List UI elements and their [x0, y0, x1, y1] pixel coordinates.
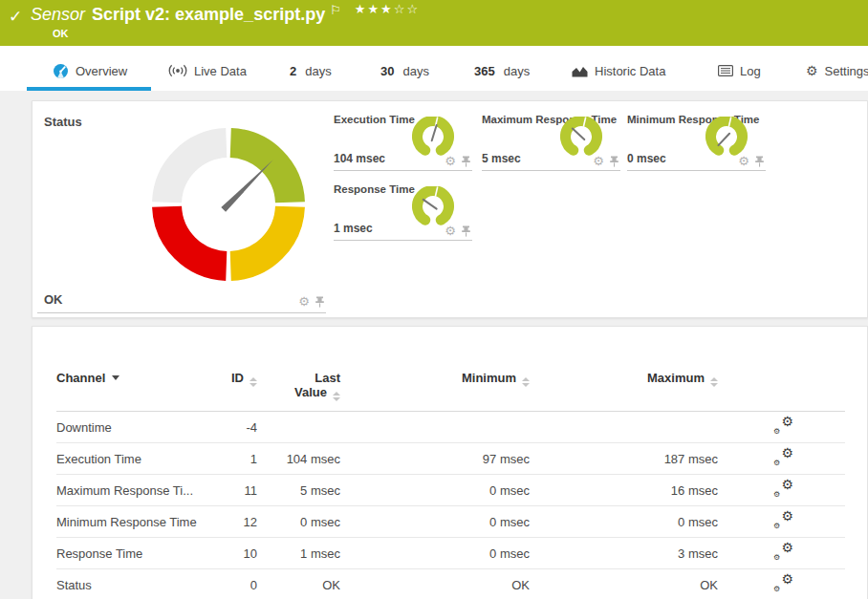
tab-settings[interactable]: ⚙ Settings: [806, 61, 868, 80]
gauge-icon: [53, 63, 69, 79]
pin-icon[interactable]: [315, 296, 324, 308]
gauge-needle: [423, 200, 437, 209]
flag-icon[interactable]: ⚐: [330, 3, 341, 17]
tile-gear-icon[interactable]: ⚙: [593, 155, 604, 167]
pin-icon[interactable]: [755, 156, 764, 167]
column-header-last-value[interactable]: Last Value: [257, 371, 340, 412]
channel-maximum: 0 msec: [530, 506, 718, 538]
channel-id: 10: [209, 538, 257, 569]
table-row-maximum-response-time: Maximum Response Ti... 11 5 msec 0 msec …: [56, 475, 845, 506]
column-header-maximum[interactable]: Maximum: [530, 371, 718, 412]
tile-gear-icon[interactable]: ⚙: [445, 155, 456, 167]
pin-icon[interactable]: [610, 156, 618, 167]
column-header-minimum[interactable]: Minimum: [340, 371, 530, 412]
channel-name[interactable]: Downtime: [56, 412, 209, 443]
tab-log[interactable]: Log: [718, 61, 761, 80]
tile-gear-icon[interactable]: ⚙: [298, 295, 310, 308]
tab-overview[interactable]: Overview: [53, 61, 127, 80]
tab-unit: days: [402, 64, 428, 78]
mini-tile-title: Response Time: [334, 183, 415, 195]
channel-tile-execution-time[interactable]: Execution Time 104 msec ⚙: [334, 111, 472, 171]
channel-last-value: OK: [257, 569, 340, 599]
channel-minimum: 0 msec: [340, 506, 530, 538]
channel-settings-icon[interactable]: ⚙⚙: [773, 449, 793, 465]
channel-table: Channel ID Last Value Minimum Maximum: [56, 371, 845, 599]
channel-name[interactable]: Minimum Response Time: [56, 506, 209, 538]
status-tile-title: Status: [44, 115, 82, 129]
channel-tile-maximum-response-time[interactable]: Maximum Response Time 5 msec ⚙: [482, 111, 620, 171]
channel-minimum: [340, 412, 530, 443]
channel-minimum: 97 msec: [340, 443, 530, 475]
table-row-status: Status 0 OK OK OK ⚙⚙: [56, 569, 845, 599]
gauge-needle: [432, 125, 437, 140]
tab-365-days[interactable]: 365days: [474, 61, 530, 80]
tab-number: 365: [474, 64, 495, 78]
channel-last-value: 0 msec: [257, 506, 340, 538]
priority-stars[interactable]: ★★★☆☆: [355, 2, 420, 16]
tab-2-days[interactable]: 2days: [290, 61, 332, 80]
tab-bar: Overview Live Data 2days 30days 365days: [0, 46, 868, 91]
tab-label: Overview: [76, 64, 127, 78]
channel-tile-minimum-response-time[interactable]: Minimum Response Time 0 msec ⚙: [627, 111, 766, 171]
sort-both-icon: [710, 377, 718, 387]
channel-name[interactable]: Execution Time: [56, 443, 209, 475]
status-gauge-tile[interactable]: Status OK ⚙: [37, 101, 326, 313]
sensor-title: Script v2: example_script.py: [92, 5, 325, 24]
channel-settings-icon[interactable]: ⚙⚙: [773, 481, 793, 497]
channel-table-panel: Channel ID Last Value Minimum Maximum: [32, 326, 868, 599]
channel-maximum: OK: [530, 569, 718, 599]
channel-settings-icon[interactable]: ⚙⚙: [773, 512, 793, 528]
table-row-response-time: Response Time 10 1 msec 0 msec 3 msec ⚙⚙: [56, 538, 845, 569]
pin-icon[interactable]: [462, 156, 470, 167]
tile-gear-icon[interactable]: ⚙: [738, 155, 749, 167]
channel-maximum: 16 msec: [530, 475, 718, 506]
mini-tile-title: Execution Time: [334, 114, 415, 125]
pin-icon[interactable]: [462, 225, 470, 237]
channel-last-value: 5 msec: [257, 475, 340, 506]
tab-number: 30: [380, 64, 394, 78]
channel-last-value: [257, 412, 340, 443]
channel-maximum: 187 msec: [530, 443, 718, 475]
channel-maximum: [530, 412, 718, 443]
column-header-id[interactable]: ID: [209, 371, 257, 412]
live-data-icon: [168, 64, 187, 77]
overview-gauges-panel: Status OK ⚙ Execution Time: [32, 100, 868, 318]
channel-tile-response-time[interactable]: Response Time 1 msec ⚙: [334, 181, 472, 241]
table-row-execution-time: Execution Time 1 104 msec 97 msec 187 ms…: [56, 443, 845, 475]
channel-minimum: OK: [340, 569, 530, 599]
sort-both-icon: [250, 377, 257, 387]
mini-gauge: [412, 186, 456, 227]
tab-live-data[interactable]: Live Data: [168, 61, 247, 80]
channel-id: 11: [209, 475, 257, 506]
tab-30-days[interactable]: 30days: [380, 61, 429, 80]
channel-id: 1: [209, 443, 257, 475]
ok-check-icon: ✓: [9, 7, 22, 27]
channel-settings-icon[interactable]: ⚙⚙: [773, 575, 793, 591]
tab-label: Historic Data: [595, 64, 665, 78]
channel-minimum: 0 msec: [340, 475, 530, 506]
mini-tile-value: 104 msec: [334, 152, 385, 165]
tab-label: Log: [740, 64, 761, 78]
channel-name[interactable]: Response Time: [56, 538, 209, 569]
mini-gauge: [705, 117, 749, 158]
channel-id: 12: [209, 506, 257, 538]
sensor-header: ✓ SensorScript v2: example_script.py⚐★★★…: [0, 0, 868, 46]
active-tab-indicator: [27, 87, 151, 91]
prtg-sensor-screen: ✓ SensorScript v2: example_script.py⚐★★★…: [0, 0, 868, 599]
channel-settings-icon[interactable]: ⚙⚙: [773, 417, 793, 434]
column-header-channel[interactable]: Channel: [56, 371, 209, 412]
channel-name[interactable]: Maximum Response Ti...: [56, 475, 209, 506]
channel-id: -4: [209, 412, 257, 443]
tile-gear-icon[interactable]: ⚙: [445, 225, 456, 237]
table-row-minimum-response-time: Minimum Response Time 12 0 msec 0 msec 0…: [56, 506, 845, 538]
gauge-needle: [221, 158, 275, 212]
sort-desc-icon: [112, 375, 119, 380]
log-icon: [718, 65, 733, 76]
tab-historic-data[interactable]: Historic Data: [572, 61, 665, 80]
channel-last-value: 104 msec: [257, 443, 340, 475]
gauge-needle: [573, 128, 584, 139]
channel-settings-icon[interactable]: ⚙⚙: [773, 544, 793, 560]
channel-name[interactable]: Status: [56, 569, 209, 599]
status-donut-gauge: [152, 128, 305, 281]
sort-both-icon: [522, 377, 530, 387]
